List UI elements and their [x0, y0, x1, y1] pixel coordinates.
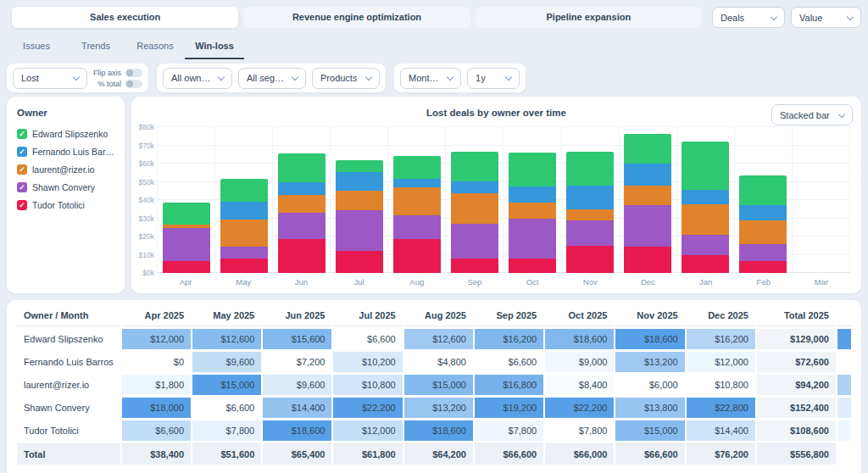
- value-cell: $15,000: [192, 375, 261, 395]
- legend-item-tudor-totolici[interactable]: ✓Tudor Totolici: [17, 200, 114, 210]
- stacked-bar-aug: [393, 156, 441, 273]
- legend-item-label: Tudor Totolici: [32, 200, 85, 210]
- bar-segment-shawn-convery: [393, 215, 441, 239]
- x-tick-label: May: [214, 277, 272, 287]
- bar-segment-tudor-totolici: [336, 251, 383, 273]
- bar-segment-laurent-rizer-io: [278, 195, 326, 213]
- value-cell: $15,600: [263, 329, 331, 349]
- y-tick-label: $40k: [132, 196, 154, 204]
- value-cell: $9,600: [192, 352, 261, 372]
- top-tab-pipeline-expansion[interactable]: Pipeline expansion: [476, 7, 702, 28]
- checked-checkbox-icon[interactable]: ✓: [17, 147, 27, 157]
- clipped-column-cell: [837, 329, 851, 349]
- checked-checkbox-icon[interactable]: ✓: [17, 164, 27, 175]
- metric-select[interactable]: Lost: [13, 68, 87, 89]
- table-row: Edward Slipszenko$12,000$12,600$15,600$6…: [17, 329, 851, 349]
- checked-checkbox-icon[interactable]: ✓: [17, 200, 27, 210]
- stacked-bar-dec: [624, 134, 671, 273]
- sub-tab-issues[interactable]: Issues: [7, 36, 66, 59]
- column-header-oct-2025: Oct 2025: [545, 305, 614, 326]
- legend-item-edward-slipszenko[interactable]: ✓Edward Slipszenko: [17, 129, 114, 139]
- top-tab-revenue-engine-optimization[interactable]: Revenue engine optimization: [243, 7, 470, 28]
- products-select[interactable]: Products: [312, 68, 380, 89]
- bar-segment-edward-slipszenko: [451, 152, 498, 181]
- sub-tab-reasons[interactable]: Reasons: [125, 36, 185, 59]
- chart-slot-mar: [793, 127, 850, 273]
- total-value-cell: $76,200: [687, 443, 755, 465]
- deals-select[interactable]: Deals: [712, 7, 785, 28]
- flip-axis-toggle[interactable]: [125, 69, 142, 77]
- time-filter-group: Monthly 1y: [394, 64, 526, 92]
- bar-segment-fernando-luis-barros: [278, 182, 326, 195]
- value-cell: $6,600: [475, 352, 543, 372]
- owners-select[interactable]: All owners: [163, 68, 232, 89]
- chevron-down-icon: [73, 74, 80, 81]
- bar-segment-shawn-convery: [739, 244, 787, 260]
- bar-segment-laurent-rizer-io: [336, 191, 383, 210]
- chart-slot-oct: [504, 127, 561, 273]
- legend-items: ✓Edward Slipszenko✓Fernando Luis Barros✓…: [17, 129, 114, 210]
- bar-segment-fernando-luis-barros: [682, 190, 729, 204]
- owners-select-value: All owners: [171, 73, 212, 83]
- value-select-value: Value: [799, 13, 822, 23]
- x-tick-label: Oct: [504, 277, 561, 287]
- bar-segment-tudor-totolici: [509, 259, 556, 273]
- total-value-cell: $38,400: [122, 443, 191, 465]
- legend-item-label: Shawn Convery: [32, 182, 95, 192]
- row-total-cell: $129,000: [757, 329, 836, 349]
- bar-segment-tudor-totolici: [163, 261, 210, 273]
- legend-item-laurent-rizer-io[interactable]: ✓laurent@rizer.io: [17, 164, 114, 175]
- deals-select-value: Deals: [721, 13, 744, 23]
- top-selects: Deals Value: [712, 7, 861, 28]
- x-tick-label: Nov: [561, 277, 619, 287]
- chart-plot: [157, 127, 850, 273]
- checked-checkbox-icon[interactable]: ✓: [17, 182, 27, 192]
- granularity-select-value: Monthly: [409, 73, 441, 83]
- legend-item-shawn-convery[interactable]: ✓Shawn Convery: [17, 182, 114, 192]
- stacked-bar-oct: [509, 153, 556, 273]
- chart-type-select[interactable]: Stacked bar: [771, 104, 853, 125]
- percent-total-toggle[interactable]: [125, 80, 142, 88]
- total-value-cell: $66,600: [615, 443, 684, 465]
- bar-segment-shawn-convery: [163, 228, 210, 261]
- bar-segment-laurent-rizer-io: [509, 203, 556, 218]
- chart-x-axis-labels: AprMayJunJulAugSepOctNovDecJanFebMar: [157, 277, 850, 287]
- y-tick-label: $30k: [132, 214, 154, 223]
- legend-item-fernando-luis-barros[interactable]: ✓Fernando Luis Barros: [17, 147, 114, 157]
- sub-tab-trends[interactable]: Trends: [66, 36, 125, 59]
- y-tick-label: $10k: [132, 251, 154, 259]
- chart-slot-dec: [620, 127, 677, 273]
- chart-slot-aug: [388, 127, 446, 273]
- y-tick-label: $70k: [132, 142, 154, 150]
- y-tick-label: $50k: [132, 178, 154, 186]
- chart-slot-nov: [562, 127, 620, 273]
- y-tick-label: $20k: [132, 232, 154, 241]
- bar-segment-edward-slipszenko: [278, 153, 326, 182]
- value-cell: $12,000: [333, 420, 402, 441]
- total-value-cell: $66,000: [545, 443, 614, 465]
- bar-segment-fernando-luis-barros: [739, 205, 787, 220]
- value-cell: $15,000: [615, 420, 684, 441]
- top-tab-sales-execution[interactable]: Sales execution: [12, 7, 238, 28]
- total-value-cell: $65,400: [263, 443, 331, 465]
- legend-item-label: laurent@rizer.io: [32, 164, 95, 175]
- granularity-select[interactable]: Monthly: [400, 68, 461, 89]
- bar-segment-tudor-totolici: [682, 255, 729, 273]
- chevron-down-icon: [771, 13, 777, 19]
- segments-select[interactable]: All segm...: [238, 68, 306, 89]
- bar-segment-edward-slipszenko: [566, 152, 614, 186]
- stacked-bar-jul: [336, 160, 383, 273]
- column-header-dec-2025: Dec 2025: [687, 305, 755, 326]
- checked-checkbox-icon[interactable]: ✓: [17, 129, 27, 139]
- range-select[interactable]: 1y: [467, 68, 520, 89]
- value-select[interactable]: Value: [791, 7, 861, 28]
- bar-segment-edward-slipszenko: [336, 160, 383, 172]
- bar-segment-laurent-rizer-io: [682, 204, 729, 235]
- bar-segment-edward-slipszenko: [739, 175, 787, 205]
- x-tick-label: Mar: [793, 277, 850, 287]
- bar-segment-edward-slipszenko: [624, 134, 671, 164]
- sub-tab-win-loss[interactable]: Win-loss: [185, 36, 244, 59]
- owner-cell: laurent@rizer.io: [17, 375, 120, 395]
- bar-segment-fernando-luis-barros: [566, 186, 614, 209]
- bar-segment-fernando-luis-barros: [624, 164, 671, 186]
